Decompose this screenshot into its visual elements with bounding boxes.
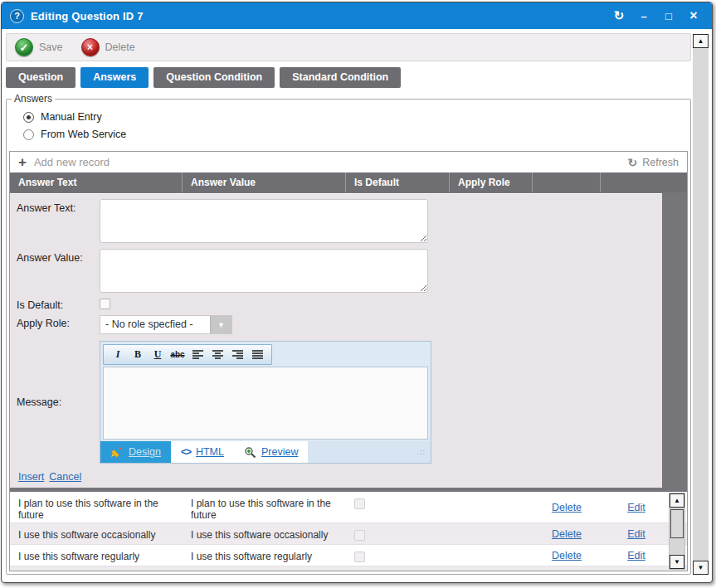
radio-manual-entry[interactable]: Manual Entry	[23, 111, 689, 123]
magnifier-icon	[244, 446, 256, 459]
outer-scrollbar-track[interactable]	[693, 48, 709, 561]
editor-canvas[interactable]	[103, 367, 428, 440]
maximize-button[interactable]: □	[659, 7, 679, 25]
align-center-button[interactable]	[208, 347, 226, 362]
is-default-checkbox[interactable]	[100, 299, 110, 309]
header-empty-2	[601, 173, 687, 192]
delete-link[interactable]: Delete	[552, 550, 582, 561]
help-icon[interactable]: ?	[10, 9, 24, 23]
align-left-button[interactable]	[188, 347, 207, 362]
tab-question[interactable]: Question	[6, 67, 75, 88]
radio-icon-unchecked	[23, 129, 34, 140]
cell-answer-text: I use this software occasionally	[10, 523, 183, 544]
close-button[interactable]: ×	[684, 7, 704, 25]
minimize-button[interactable]: –	[634, 7, 654, 25]
justify-button[interactable]	[248, 347, 266, 362]
answer-value-field[interactable]	[100, 249, 428, 293]
dialog-window: ? Editing Question ID 7 ↻ – □ × ✓ Save ×…	[1, 2, 713, 583]
outer-scroll-up-button[interactable]: ▲	[693, 34, 709, 48]
editor-resize-grip[interactable]: .::	[416, 448, 431, 456]
cell-apply-role	[450, 492, 533, 522]
edit-link[interactable]: Edit	[627, 502, 645, 513]
refresh-window-icon[interactable]: ↻	[609, 7, 629, 25]
scroll-up-button[interactable]: ▲	[670, 493, 684, 508]
apply-role-label: Apply Role:	[17, 315, 100, 334]
save-button[interactable]: ✓ Save	[15, 38, 63, 56]
plus-icon: +	[18, 155, 27, 169]
table-row[interactable]: Other Other Delete Edit	[10, 566, 687, 571]
delete-link[interactable]: Delete	[552, 502, 582, 513]
tab-standard-condition[interactable]: Standard Condition	[280, 67, 401, 88]
header-empty-1	[533, 173, 601, 192]
cell-is-default	[346, 523, 450, 544]
titlebar[interactable]: ? Editing Question ID 7 ↻ – □ ×	[2, 2, 712, 29]
answer-value-label: Answer Value:	[17, 249, 100, 293]
edit-form: Answer Text: Answer Value: Is Default:	[10, 193, 662, 488]
radio-icon-checked	[23, 112, 34, 123]
editor-toolbar: I B U abc	[103, 344, 272, 365]
editor-mode-bar: Design <> HTML Preview	[100, 441, 431, 463]
edit-form-region: Answer Text: Answer Value: Is Default:	[10, 192, 687, 492]
underline-button[interactable]: U	[149, 347, 167, 362]
delete-button[interactable]: × Delete	[81, 38, 135, 56]
edit-link[interactable]: Edit	[627, 528, 645, 540]
outer-scroll-down-button[interactable]: ▼	[693, 561, 709, 575]
design-tab[interactable]: Design	[100, 441, 171, 463]
header-answer-value[interactable]: Answer Value	[183, 173, 346, 192]
answers-grid: + Add new record ↻ Refresh Answer Text A…	[9, 151, 688, 571]
header-answer-text[interactable]: Answer Text	[10, 173, 183, 192]
cell-answer-value: I plan to use this software in the futur…	[183, 492, 346, 522]
row-checkbox[interactable]	[354, 498, 365, 509]
refresh-grid-button[interactable]: ↻ Refresh	[627, 156, 679, 169]
answer-text-field[interactable]	[100, 199, 428, 243]
row-checkbox[interactable]	[354, 530, 365, 541]
align-right-button[interactable]	[228, 347, 246, 362]
cell-is-default	[346, 566, 450, 571]
table-row[interactable]: I use this software occasionally I use t…	[10, 523, 687, 545]
cell-apply-role	[450, 545, 533, 566]
grid-rows-area: I plan to use this software in the futur…	[10, 492, 687, 571]
apply-role-select[interactable]: - No role specfied - ▼	[100, 315, 232, 334]
preview-tab[interactable]: Preview	[234, 441, 308, 463]
insert-link[interactable]: Insert	[18, 471, 44, 483]
entry-mode-radio-group: Manual Entry From Web Service	[8, 108, 689, 151]
strikethrough-button[interactable]: abc	[168, 347, 187, 362]
outer-scrollbar[interactable]: ▲ ▼	[693, 34, 709, 575]
cell-is-default	[346, 545, 450, 566]
delete-link[interactable]: Delete	[552, 528, 582, 540]
edit-link[interactable]: Edit	[627, 550, 645, 561]
inner-scrollbar-thumb[interactable]	[670, 509, 684, 538]
radio-from-web-service[interactable]: From Web Service	[23, 129, 689, 140]
cell-apply-role	[450, 566, 533, 571]
cancel-link[interactable]: Cancel	[49, 471, 81, 483]
inner-scrollbar-track[interactable]	[670, 508, 684, 555]
cell-answer-text: Other	[10, 566, 183, 571]
apply-role-value: - No role specfied -	[100, 316, 210, 333]
header-apply-role[interactable]: Apply Role	[450, 173, 533, 192]
table-row[interactable]: I plan to use this software in the futur…	[10, 492, 687, 523]
row-checkbox[interactable]	[354, 552, 365, 562]
cell-answer-text: I plan to use this software in the futur…	[10, 492, 183, 522]
italic-button[interactable]: I	[109, 347, 127, 362]
is-default-label: Is Default:	[17, 299, 100, 311]
refresh-icon: ↻	[627, 156, 637, 169]
cell-answer-value: I use this software regularly	[183, 545, 346, 566]
cell-apply-role	[450, 523, 533, 544]
header-is-default[interactable]: Is Default	[346, 173, 450, 192]
add-new-record-button[interactable]: + Add new record	[18, 155, 110, 169]
table-row[interactable]: I use this software regularly I use this…	[10, 545, 687, 566]
tab-answers[interactable]: Answers	[80, 67, 149, 88]
dropdown-arrow-icon[interactable]: ▼	[210, 316, 231, 333]
answers-legend: Answers	[12, 93, 55, 104]
save-check-icon: ✓	[15, 38, 33, 56]
html-tab[interactable]: <> HTML	[171, 441, 234, 463]
tab-question-condition[interactable]: Question Condition	[153, 67, 275, 88]
pencil-icon	[110, 446, 124, 458]
scroll-down-button[interactable]: ▼	[670, 555, 684, 569]
cell-answer-value: Other	[183, 566, 346, 571]
inner-scrollbar[interactable]: ▲ ▼	[669, 493, 685, 570]
bold-button[interactable]: B	[129, 347, 147, 362]
code-icon: <>	[181, 446, 191, 458]
window-title: Editing Question ID 7	[31, 10, 144, 22]
cell-answer-value: I use this software occasionally	[183, 523, 346, 544]
